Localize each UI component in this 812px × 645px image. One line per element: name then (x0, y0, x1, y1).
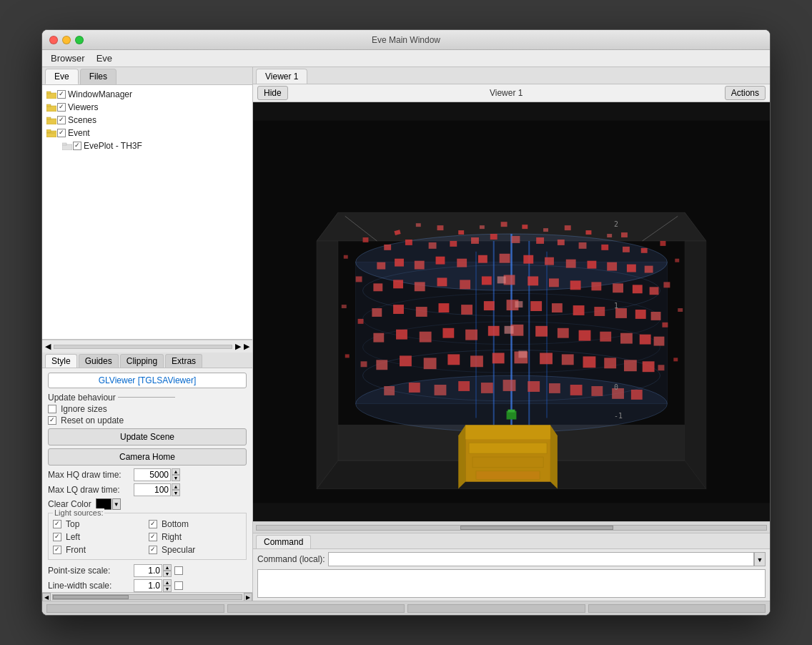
svg-rect-161 (508, 410, 515, 413)
viewer-canvas[interactable]: 2 1 0 -1 (253, 102, 770, 521)
command-input[interactable] (328, 552, 754, 566)
checkbox-viewers[interactable] (57, 103, 66, 112)
checkbox-point-size[interactable] (174, 566, 183, 575)
minimize-button[interactable] (62, 36, 71, 44)
tree-item-scenes[interactable]: Scenes (45, 114, 249, 127)
checkbox-windowmanager[interactable] (57, 90, 66, 99)
svg-rect-33 (480, 225, 485, 229)
command-local-label: Command (local): (257, 554, 325, 564)
tree-area[interactable]: WindowManager Viewers Scenes (42, 85, 252, 340)
checkbox-light-top[interactable] (53, 520, 61, 528)
spin-down[interactable]: ▼ (172, 490, 180, 496)
hide-button[interactable]: Hide (257, 86, 288, 100)
svg-rect-110 (376, 360, 387, 370)
svg-rect-49 (558, 240, 565, 245)
spin-down[interactable]: ▼ (163, 571, 172, 577)
checkbox-line-width[interactable] (174, 581, 183, 590)
max-hq-input[interactable]: 5000 (134, 468, 171, 481)
horizontal-scrollbar[interactable]: ◀ ▶ (42, 592, 252, 601)
svg-rect-83 (393, 305, 404, 314)
viewer-scroll-thumb[interactable] (460, 526, 613, 530)
viewer-tab-1[interactable]: Viewer 1 (256, 69, 307, 84)
svg-rect-136 (356, 276, 362, 282)
tab-style[interactable]: Style (45, 354, 77, 368)
actions-button[interactable]: Actions (725, 86, 766, 100)
glviewer-button[interactable]: GLViewer [TGLSAViewer] (48, 373, 247, 388)
scroll-right-icon[interactable]: ▶ (235, 342, 241, 351)
checkbox-light-bottom[interactable] (149, 520, 157, 528)
close-button[interactable] (49, 36, 58, 44)
checkbox-ignore-sizes[interactable] (48, 405, 56, 413)
line-width-input[interactable] (134, 579, 162, 592)
light-right-label: Right (162, 532, 182, 542)
spin-down[interactable]: ▼ (172, 475, 180, 481)
svg-marker-154 (465, 425, 550, 439)
tree-item-windowmanager[interactable]: WindowManager (45, 88, 249, 101)
menu-browser[interactable]: Browser (45, 51, 91, 65)
spin-up[interactable]: ▲ (172, 483, 180, 490)
tree-item-eveplot[interactable]: EvePlot - TH3F (45, 139, 249, 152)
svg-rect-127 (481, 383, 493, 393)
subfolder-icon (62, 142, 72, 150)
tab-clipping[interactable]: Clipping (120, 354, 164, 368)
spin-up[interactable]: ▲ (163, 564, 172, 571)
svg-rect-128 (503, 380, 516, 391)
color-dropdown-button[interactable]: ▼ (112, 498, 121, 510)
line-width-spinner[interactable]: ▲ ▼ (163, 579, 172, 592)
maximize-button[interactable] (75, 36, 84, 44)
light-left-label: Left (66, 532, 80, 542)
svg-rect-148 (673, 358, 678, 361)
checkbox-light-left[interactable] (53, 533, 61, 541)
viewer-scrollbar[interactable] (256, 525, 767, 531)
svg-rect-120 (604, 358, 616, 368)
light-specular-label: Specular (162, 545, 195, 555)
svg-rect-32 (458, 230, 464, 235)
camera-home-button[interactable]: Camera Home (48, 448, 247, 466)
command-tabs: Command (253, 533, 770, 549)
scroll-right-btn[interactable]: ▶ (244, 593, 252, 601)
checkbox-light-right[interactable] (149, 533, 157, 541)
checkbox-reset-on-update[interactable] (48, 416, 56, 425)
svg-rect-60 (500, 254, 510, 263)
checkbox-event[interactable] (57, 129, 66, 137)
command-dropdown-button[interactable]: ▼ (754, 552, 766, 566)
update-scene-button[interactable]: Update Scene (48, 428, 247, 445)
tab-eve[interactable]: Eve (45, 69, 79, 84)
checkbox-scenes[interactable] (57, 116, 66, 124)
scrollbar-track[interactable] (52, 594, 242, 600)
tab-extras[interactable]: Extras (165, 354, 202, 368)
point-size-spinner[interactable]: ▲ ▼ (163, 564, 172, 577)
tree-item-event[interactable]: Event (45, 127, 249, 139)
tree-item-viewers[interactable]: Viewers (45, 101, 249, 114)
light-left-row: Left (53, 532, 146, 542)
menu-eve[interactable]: Eve (91, 51, 118, 65)
spin-up[interactable]: ▲ (163, 579, 172, 586)
point-size-label: Point-size scale: (48, 566, 134, 576)
svg-rect-73 (482, 276, 492, 285)
checkbox-light-specular[interactable] (149, 546, 157, 554)
status-bar (42, 601, 770, 615)
checkbox-eveplot[interactable] (73, 142, 81, 150)
spin-down[interactable]: ▼ (163, 586, 172, 592)
svg-rect-80 (633, 285, 643, 293)
scroll-left-icon[interactable]: ◀ (45, 342, 51, 351)
checkbox-light-front[interactable] (53, 546, 61, 554)
svg-rect-131 (570, 385, 583, 395)
tab-files[interactable]: Files (80, 69, 117, 84)
expand-icon[interactable]: ▶ (244, 342, 249, 351)
main-area: Eve Files WindowManager (42, 67, 770, 601)
scroll-left-btn[interactable]: ◀ (42, 593, 51, 601)
max-hq-spinner[interactable]: ▲ ▼ (172, 468, 180, 481)
command-tab[interactable]: Command (256, 535, 311, 548)
svg-rect-152 (518, 350, 527, 358)
svg-rect-125 (435, 385, 447, 395)
max-lq-spinner[interactable]: ▲ ▼ (172, 483, 180, 496)
point-size-input[interactable] (134, 564, 162, 577)
light-specular-row: Specular (149, 545, 242, 555)
max-lq-input[interactable]: 100 (134, 483, 171, 496)
svg-rect-82 (372, 308, 382, 317)
tab-guides[interactable]: Guides (79, 354, 119, 368)
spin-up[interactable]: ▲ (172, 468, 180, 475)
scrollbar-thumb[interactable] (53, 595, 129, 599)
svg-rect-158 (472, 457, 543, 468)
